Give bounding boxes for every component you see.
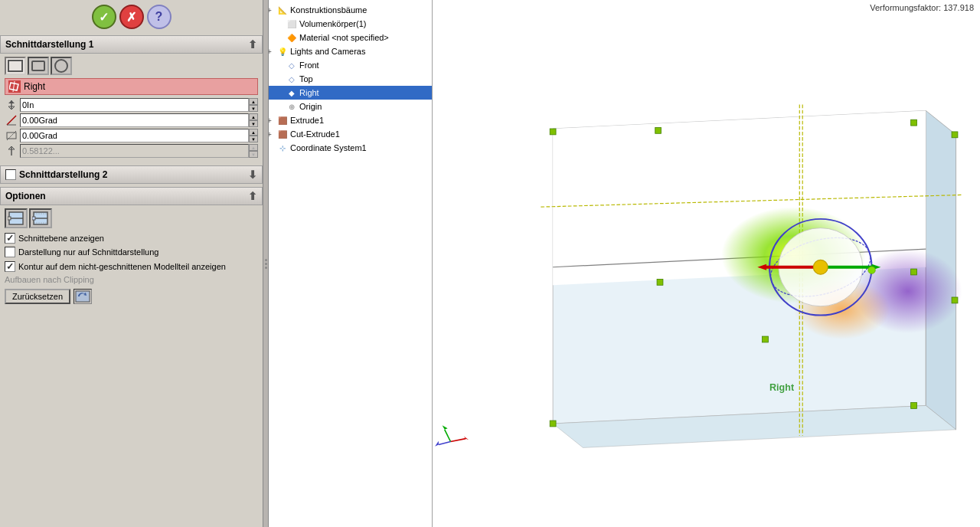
xangle-spin: ▲ ▼ [249,113,258,127]
handle-top-left[interactable] [550,129,556,135]
yangle-input[interactable] [20,129,249,142]
tree-item-konstruktion[interactable]: + 📐 Konstruktionsbäume [264,3,432,17]
din-input[interactable] [20,98,249,112]
svg-line-5 [7,116,16,125]
tree-label-coordsys: Coordinate System1 [290,143,367,152]
yangle-spin-up[interactable]: ▲ [249,129,258,136]
selected-plane-label: Right [24,81,45,92]
tree-item-front[interactable]: + ◇ Front [264,58,432,72]
din-spin-up[interactable]: ▲ [249,98,258,105]
aufbauen-label: Aufbauen nach Clipping [5,275,94,284]
svg-marker-3 [8,100,15,103]
tree-item-material[interactable]: + 🔶 Material <not specified> [264,31,432,44]
tree-item-extrude1[interactable]: + 🟫 Extrude1 [264,113,432,127]
yangle-spin: ▲ ▼ [249,129,258,142]
svg-marker-25 [435,441,439,447]
triad-dot-green [868,267,875,273]
checkbox-darstellung[interactable] [5,247,15,257]
verformungsfaktor-label: Verformungsfaktor: 137.918 [870,3,974,12]
zvalue-icon [5,144,18,158]
tree-item-top[interactable]: + ◇ Top [264,72,432,86]
shape-btn-rect2[interactable] [28,57,49,75]
view-label-text: Right [769,382,795,393]
handle-right-top[interactable] [952,132,958,138]
din-spin: ▲ ▼ [249,98,258,112]
tree-item-cutextrude1[interactable]: + 🟫 Cut-Extrude1 [264,127,432,141]
option-icon-row [5,208,258,228]
optionen-collapse[interactable]: ⬆ [248,190,257,202]
shape-btn-rect[interactable] [5,57,26,75]
schnittdarstellung2-collapse[interactable]: ⬇ [248,169,257,181]
optionen-panel: Optionen ⬆ [0,187,263,307]
xangle-spin-up[interactable]: ▲ [249,113,258,120]
tree-item-right[interactable]: + ◆ Right [264,86,432,100]
svg-rect-13 [8,217,11,220]
selected-plane-row[interactable]: Right [5,78,258,95]
handle-mid-left[interactable] [657,279,663,285]
schnittebene-label: Schnittebene anzeigen [18,233,104,244]
divider-dot-1 [265,259,267,261]
shape-btn-circle[interactable] [51,57,72,75]
handle-top-right[interactable] [911,119,917,126]
viewport-info: Verformungsfaktor: 137.918 [870,3,974,12]
checkbox-schnittebene[interactable]: ✓ [5,233,15,244]
schnittdarstellung1-title: Schnittdarstellung 1 [5,39,93,50]
schnittdarstellung1-collapse[interactable]: ⬆ [248,38,257,51]
svg-line-24 [439,442,451,445]
tree-label-origin: Origin [299,102,322,111]
schnittdarstellung1-header[interactable]: Schnittdarstellung 1 ⬆ [0,35,263,54]
svg-rect-16 [32,217,35,220]
viewport[interactable]: Verformungsfaktor: 137.918 [433,0,980,527]
right-area: + 📐 Konstruktionsbäume + ⬜ Volumenkörper… [264,0,980,527]
yangle-field-wrap: ▲ ▼ [20,129,258,142]
checkbox-kontur[interactable]: ✓ [5,261,15,272]
handle-bot-right[interactable] [911,403,917,409]
handle-right-mid[interactable] [952,297,958,303]
tree-label-extrude1: Extrude1 [290,116,324,125]
optionen-title: Optionen [5,191,46,201]
tree-icon-cutextrude1: 🟫 [276,128,289,140]
din-icon [5,98,18,112]
xangle-spin-down[interactable]: ▼ [249,120,258,127]
din-spin-down[interactable]: ▼ [249,105,258,112]
svg-line-22 [445,430,451,442]
tree-icon-lights: 💡 [276,45,289,57]
handle-bot-mid[interactable] [763,336,769,342]
xangle-input[interactable] [20,113,249,127]
schnittdarstellung2-panel: Schnittdarstellung 2 ⬇ [0,165,263,184]
help-button[interactable]: ? [147,5,172,29]
zvalue-input [20,144,249,158]
zurucksetzen-button[interactable]: Zurücksetzen [5,289,70,304]
panel-divider[interactable] [263,0,269,527]
tree-icon-extrude1: 🟫 [276,114,289,126]
input-row-din: ▲ ▼ [5,98,258,112]
zvalue-field-wrap: ▲ ▼ [20,144,258,158]
handle-top-mid[interactable] [655,127,662,133]
opt-icon-btn-1[interactable] [5,208,28,228]
tree-label-front: Front [299,61,319,70]
handle-mid-right[interactable] [911,269,917,275]
schnittdarstellung1-content: Right ▲ ▼ [0,54,263,162]
rect2-shape-icon [31,61,45,71]
shape-buttons-row [5,57,258,75]
tree-item-coordsys[interactable]: + ⊹ Coordinate System1 [264,141,432,155]
tree-label-cutextrude1: Cut-Extrude1 [290,129,340,139]
tree-item-origin[interactable]: + ⊕ Origin [264,100,432,113]
input-row-zvalue: ▲ ▼ [5,144,258,158]
optionen-header[interactable]: Optionen ⬆ [0,187,263,205]
din-field-wrap: ▲ ▼ [20,98,258,112]
schnittdarstellung2-checkbox[interactable] [5,169,16,180]
tree-label-right: Right [299,88,319,97]
tree-icon-coordsys: ⊹ [276,142,289,154]
tree-item-lights[interactable]: + 💡 Lights and Cameras [264,44,432,58]
triad-center-ball [813,260,828,274]
opt-icon-btn-2[interactable] [29,208,52,228]
tree-item-volumenkorper[interactable]: + ⬜ Volumenkörper(1) [264,17,432,31]
yangle-spin-down[interactable]: ▼ [249,136,258,142]
cancel-button[interactable]: ✗ [119,5,144,29]
svg-rect-7 [7,133,16,139]
confirm-button[interactable]: ✓ [92,5,116,29]
schnittdarstellung2-header[interactable]: Schnittdarstellung 2 ⬇ [0,165,263,184]
tree-label-lights: Lights and Cameras [290,47,365,56]
handle-bot-left[interactable] [550,421,556,427]
